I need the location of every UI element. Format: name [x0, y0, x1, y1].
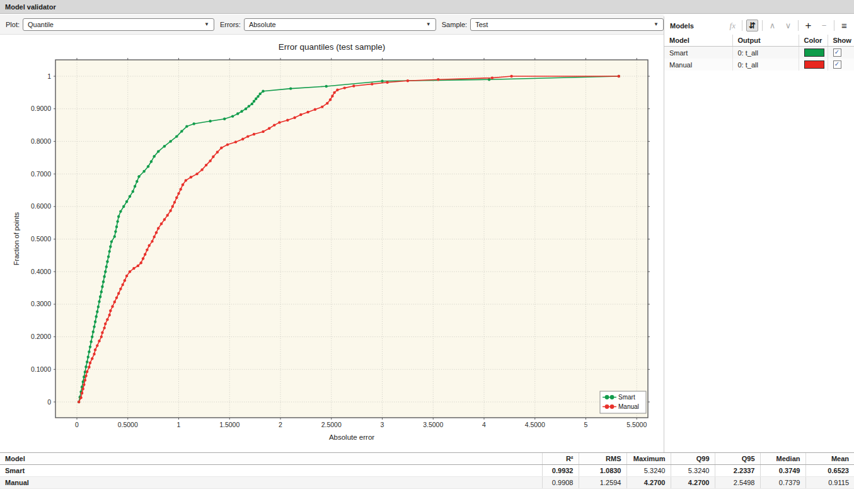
model-output: 0: t_all: [732, 47, 799, 59]
color-swatch[interactable]: [804, 60, 824, 69]
stats-col-maximum: Maximum: [626, 453, 671, 465]
color-cell: [799, 59, 828, 71]
stat-value: 2.2337: [715, 465, 760, 477]
models-panel: Models fx ⇵ ∧ ∨ + − ≡ Model Output Color…: [664, 16, 854, 452]
chart-region: Error quantiles (test sample) 00.500011.…: [0, 35, 664, 452]
separator: [742, 20, 742, 31]
model-output: 0: t_all: [732, 59, 799, 71]
svg-text:0.5000: 0.5000: [118, 421, 138, 428]
models-table-header: Model Output Color Show: [664, 35, 854, 47]
errors-select-value: Absolute: [249, 21, 276, 28]
stats-row-manual: Manual 0.9908 1.2594 4.2700 4.2700 2.549…: [0, 477, 854, 489]
stats-region: Model R² RMS Maximum Q99 Q95 Median Mean…: [0, 452, 854, 489]
add-model-icon[interactable]: +: [802, 20, 814, 32]
x-axis-title: Absolute error: [55, 433, 648, 441]
stats-col-mean: Mean: [805, 453, 854, 465]
models-table: Model Output Color Show Smart 0: t_all ✓…: [664, 35, 854, 71]
sort-icon[interactable]: ⇵: [746, 20, 758, 32]
stat-value: 1.2594: [579, 477, 626, 489]
separator: [798, 20, 799, 31]
window-title-text: Model validator: [5, 3, 56, 11]
y-axis-title: Fraction of points: [13, 201, 21, 277]
stat-value: 0.9115: [805, 477, 854, 489]
show-cell: ✓: [828, 59, 854, 71]
svg-text:1: 1: [47, 72, 51, 80]
sample-select[interactable]: Test ▼: [470, 18, 664, 31]
separator: [834, 20, 834, 31]
svg-text:0.8000: 0.8000: [31, 137, 51, 145]
move-up-icon[interactable]: ∧: [766, 20, 778, 32]
stat-value: 0.9932: [542, 465, 579, 477]
stats-col-r2: R²: [542, 453, 579, 465]
models-panel-toolbar: Models fx ⇵ ∧ ∨ + − ≡: [664, 16, 854, 35]
svg-text:0: 0: [47, 398, 51, 406]
svg-text:0.5000: 0.5000: [31, 235, 51, 243]
stats-col-q95: Q95: [715, 453, 760, 465]
stats-model-name: Smart: [0, 465, 542, 477]
svg-text:4.5000: 4.5000: [525, 421, 545, 428]
show-checkbox[interactable]: ✓: [833, 49, 841, 57]
stat-value: 0.6523: [805, 465, 854, 477]
move-down-icon[interactable]: ∨: [782, 20, 794, 32]
stats-table: Model R² RMS Maximum Q99 Q95 Median Mean…: [0, 452, 854, 489]
stats-col-q99: Q99: [671, 453, 715, 465]
stat-value: 2.5498: [715, 477, 760, 489]
svg-text:2: 2: [279, 421, 282, 428]
svg-text:3: 3: [381, 421, 384, 428]
show-checkbox[interactable]: ✓: [833, 60, 841, 69]
separator: [762, 20, 763, 31]
svg-text:1.5000: 1.5000: [219, 421, 239, 428]
errors-select[interactable]: Absolute ▼: [244, 18, 436, 31]
svg-text:1: 1: [177, 421, 181, 428]
color-swatch[interactable]: [804, 49, 824, 57]
formula-icon[interactable]: fx: [730, 21, 736, 31]
stats-model-name: Manual: [0, 477, 542, 489]
window-title: Model validator: [0, 0, 854, 14]
stat-value: 0.7379: [760, 477, 805, 489]
svg-text:5: 5: [584, 421, 588, 428]
remove-model-icon[interactable]: −: [818, 20, 830, 32]
svg-text:2.5000: 2.5000: [321, 421, 342, 428]
stats-row-smart: Smart 0.9932 1.0830 5.3240 5.3240 2.2337…: [0, 465, 854, 477]
svg-text:0.4000: 0.4000: [31, 268, 51, 275]
legend-label: Smart: [618, 394, 635, 401]
plot-select-label: Plot:: [6, 21, 20, 28]
sample-select-value: Test: [475, 21, 488, 28]
plot-toolbar: Plot: Quantile ▼ Errors: Absolute ▼ Samp…: [0, 14, 664, 35]
svg-text:0.6000: 0.6000: [31, 202, 51, 210]
plot-select[interactable]: Quantile ▼: [23, 18, 214, 31]
sample-select-label: Sample:: [442, 21, 467, 28]
errors-select-label: Errors:: [220, 21, 241, 28]
stat-value: 1.0830: [579, 465, 626, 477]
model-row-smart[interactable]: Smart 0: t_all ✓: [664, 47, 854, 59]
chevron-down-icon: ▼: [426, 21, 431, 27]
legend-label: Manual: [618, 403, 639, 410]
stat-value: 4.2700: [626, 477, 671, 489]
col-output: Output: [732, 35, 799, 47]
col-color: Color: [799, 35, 828, 47]
model-name: Smart: [664, 47, 732, 59]
stats-col-rms: RMS: [579, 453, 626, 465]
col-model: Model: [664, 35, 732, 47]
stat-value: 4.2700: [671, 477, 715, 489]
chevron-down-icon: ▼: [654, 21, 659, 27]
model-row-manual[interactable]: Manual 0: t_all ✓: [664, 59, 854, 71]
quantile-plot-canvas[interactable]: 00.500011.500022.500033.500044.500055.50…: [0, 35, 664, 452]
svg-text:0.1000: 0.1000: [31, 365, 51, 373]
svg-text:0.7000: 0.7000: [31, 170, 51, 178]
svg-text:3.5000: 3.5000: [423, 421, 443, 428]
stats-col-model: Model: [0, 453, 542, 465]
svg-text:0.9000: 0.9000: [31, 105, 51, 112]
plot-select-value: Quantile: [28, 21, 54, 28]
svg-text:5.5000: 5.5000: [626, 421, 647, 428]
svg-text:0.2000: 0.2000: [31, 333, 51, 340]
model-name: Manual: [664, 59, 732, 71]
menu-icon[interactable]: ≡: [838, 20, 850, 32]
color-cell: [799, 47, 828, 59]
svg-text:0: 0: [75, 421, 79, 428]
show-cell: ✓: [828, 47, 854, 59]
stat-value: 0.3749: [760, 465, 805, 477]
col-show: Show: [828, 35, 854, 47]
stat-value: 5.3240: [626, 465, 671, 477]
stat-value: 5.3240: [671, 465, 715, 477]
